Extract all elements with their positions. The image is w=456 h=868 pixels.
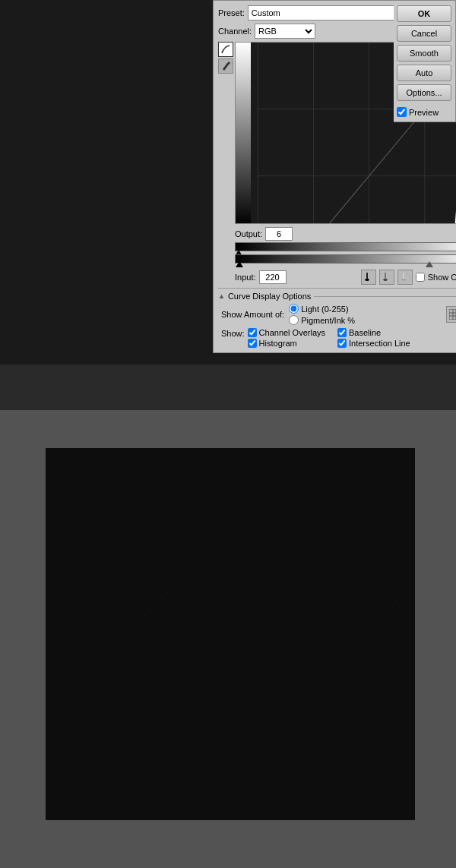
smooth-button[interactable]: Smooth [397, 45, 451, 62]
pencil-tool-btn[interactable] [218, 58, 233, 74]
show-clipping-checkbox[interactable] [416, 273, 425, 282]
svg-rect-104 [129, 475, 130, 475]
baseline-row: Baseline [337, 328, 410, 337]
svg-rect-99 [46, 448, 415, 820]
options-button[interactable]: Options... [397, 84, 451, 101]
preview-checkbox[interactable] [397, 107, 407, 117]
show-label: Show: [221, 329, 245, 338]
show-row: Show: Channel Overlays Histogram [221, 328, 456, 348]
radio-group: Light (0-255) Pigment/Ink % [289, 304, 355, 325]
preset-label: Preset: [218, 8, 245, 17]
svg-rect-105 [152, 516, 153, 517]
svg-rect-130 [350, 562, 350, 563]
ok-button[interactable]: OK [397, 5, 451, 22]
svg-rect-71 [366, 273, 368, 279]
svg-rect-113 [334, 490, 335, 491]
svg-rect-132 [395, 600, 396, 601]
intersection-line-checkbox[interactable] [337, 339, 347, 348]
histogram-label: Histogram [259, 339, 297, 348]
cancel-button[interactable]: Cancel [397, 25, 451, 42]
auto-button[interactable]: Auto [397, 65, 451, 81]
input-field[interactable] [259, 270, 287, 284]
svg-rect-108 [220, 524, 221, 525]
histogram-checkbox[interactable] [248, 339, 257, 348]
checkboxes-col-left: Channel Overlays Histogram [248, 328, 325, 348]
noise-svg [46, 448, 415, 820]
svg-rect-129 [327, 623, 328, 623]
show-clipping-label: Show Clipping [428, 273, 456, 282]
svg-rect-123 [190, 630, 191, 631]
dark-bottom-strip [0, 365, 456, 410]
channel-overlays-label: Channel Overlays [259, 328, 325, 337]
channel-overlays-row: Channel Overlays [248, 328, 325, 337]
curve-display-title: Curve Display Options [228, 292, 311, 301]
show-amount-row: Show Amount of: Light (0-255) Pigment/In… [221, 304, 456, 325]
svg-rect-115 [380, 505, 381, 506]
svg-rect-114 [357, 547, 358, 548]
output-input[interactable] [265, 227, 293, 241]
gray-eyedropper-btn[interactable] [379, 270, 394, 285]
light-radio[interactable] [289, 304, 299, 314]
grid-4x4-btn[interactable] [446, 306, 456, 323]
curve-tools [218, 42, 233, 224]
svg-rect-119 [103, 600, 103, 601]
pigment-radio-row: Pigment/Ink % [289, 315, 355, 325]
bottom-gradient-bar [235, 242, 456, 251]
pigment-option-label: Pigment/Ink % [301, 316, 355, 325]
dark-canvas-image [46, 448, 415, 820]
preview-row: Preview [397, 107, 452, 117]
svg-rect-122 [167, 592, 168, 593]
curve-display-header: ▲ Curve Display Options [218, 292, 456, 301]
svg-rect-117 [61, 562, 62, 563]
svg-rect-110 [266, 509, 267, 510]
top-gradient-bar [235, 254, 456, 264]
preview-label: Preview [409, 108, 439, 117]
baseline-checkbox[interactable] [337, 328, 347, 337]
collapse-icon[interactable]: ▲ [218, 292, 225, 300]
svg-rect-101 [68, 482, 69, 483]
checkboxes-col-right: Baseline Intersection Line [337, 328, 410, 348]
bottom-canvas-area [0, 410, 456, 868]
pigment-radio[interactable] [289, 315, 299, 325]
light-radio-row: Light (0-255) [289, 304, 355, 314]
svg-rect-102 [87, 456, 88, 456]
white-eyedropper-btn[interactable] [397, 270, 413, 285]
svg-rect-100 [53, 463, 54, 464]
input-handle-left[interactable] [236, 261, 243, 267]
svg-rect-125 [236, 608, 236, 608]
gradient-bar [235, 242, 456, 251]
svg-rect-112 [312, 532, 312, 532]
output-row: Output: [235, 227, 456, 241]
baseline-label: Baseline [349, 328, 381, 337]
eyedropper-group: Show Clipping [361, 270, 456, 285]
input-gradient-bar [235, 254, 456, 264]
svg-rect-103 [106, 501, 107, 502]
svg-rect-120 [122, 577, 122, 578]
intersection-line-row: Intersection Line [337, 339, 410, 348]
svg-rect-106 [175, 459, 176, 460]
svg-rect-131 [372, 661, 373, 661]
svg-rect-77 [403, 273, 404, 279]
show-amount-label: Show Amount of: [221, 310, 284, 319]
curve-tool-btn[interactable] [218, 42, 233, 57]
curve-display-section: ▲ Curve Display Options Show Amount of: … [218, 288, 456, 348]
channel-select[interactable]: RGB Red Green Blue [255, 24, 315, 39]
svg-rect-128 [304, 585, 305, 586]
svg-rect-118 [84, 585, 84, 586]
svg-rect-79 [401, 279, 406, 280]
svg-rect-109 [243, 478, 244, 479]
right-buttons-panel: OK Cancel Smooth Auto Options... Preview [394, 0, 456, 122]
checkboxes-two-col: Channel Overlays Histogram Baseline [248, 328, 410, 348]
input-row: Input: [235, 270, 456, 285]
input-handle-mid[interactable] [426, 261, 433, 267]
channel-overlays-checkbox[interactable] [248, 328, 257, 337]
input-label: Input: [235, 273, 256, 282]
svg-rect-107 [198, 494, 198, 494]
histogram-row: Histogram [248, 339, 325, 348]
black-eyedropper-btn[interactable] [361, 270, 376, 285]
channel-label: Channel: [218, 27, 252, 36]
intersection-line-label: Intersection Line [349, 339, 410, 348]
grid-icons [446, 306, 456, 323]
output-label: Output: [235, 229, 262, 238]
svg-rect-116 [403, 463, 404, 464]
